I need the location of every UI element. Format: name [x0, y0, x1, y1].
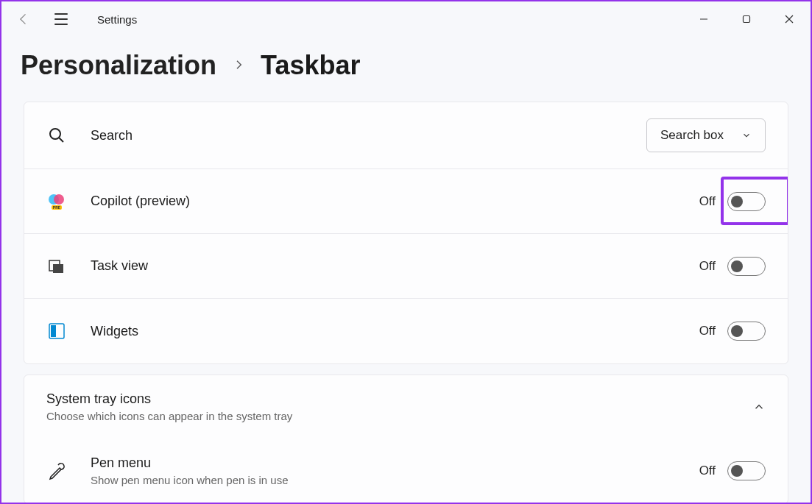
copilot-toggle[interactable] — [727, 192, 766, 211]
svg-point-4 — [50, 129, 60, 139]
row-label: Widgets — [91, 324, 699, 339]
search-dropdown[interactable]: Search box — [646, 118, 766, 152]
row-pen-menu: Pen menu Show pen menu icon when pen is … — [24, 439, 788, 503]
hamburger-menu-button[interactable] — [54, 10, 72, 28]
section-header-system-tray[interactable]: System tray icons Choose which icons can… — [24, 375, 788, 439]
row-label: Pen menu — [91, 455, 699, 471]
toggle-state-label: Off — [699, 464, 716, 478]
breadcrumb-current: Taskbar — [261, 50, 360, 81]
back-button[interactable] — [15, 10, 32, 28]
svg-line-5 — [60, 138, 64, 143]
svg-text:PRE: PRE — [53, 205, 61, 210]
row-widgets: Widgets Off — [24, 299, 788, 363]
row-label: Search — [91, 128, 646, 143]
maximize-button[interactable] — [725, 1, 768, 37]
chevron-up-icon — [752, 400, 766, 414]
row-label: Copilot (preview) — [91, 194, 699, 209]
widgets-icon — [46, 321, 67, 341]
svg-rect-13 — [51, 325, 56, 337]
pen-menu-toggle[interactable] — [727, 461, 766, 480]
search-icon — [46, 125, 67, 146]
chevron-right-icon — [233, 56, 244, 75]
titlebar: Settings — [1, 1, 811, 37]
copilot-icon: PRE — [46, 191, 67, 212]
taskview-icon — [46, 256, 67, 277]
breadcrumb-parent[interactable]: Personalization — [21, 50, 216, 81]
svg-rect-11 — [53, 264, 63, 273]
section-title: System tray icons — [46, 391, 292, 407]
row-taskview: Task view Off — [24, 234, 788, 299]
section-subtitle: Choose which icons can appear in the sys… — [46, 410, 292, 422]
toggle-state-label: Off — [699, 259, 716, 274]
pen-icon — [46, 461, 67, 481]
row-copilot: PRE Copilot (preview) Off — [24, 169, 788, 234]
chevron-down-icon — [741, 130, 752, 141]
row-subtitle: Show pen menu icon when pen is in use — [91, 474, 699, 486]
svg-point-7 — [54, 194, 64, 205]
app-title: Settings — [97, 13, 137, 26]
widgets-toggle[interactable] — [727, 322, 766, 341]
row-search: Search Search box — [24, 102, 788, 169]
toggle-state-label: Off — [699, 324, 716, 338]
minimize-button[interactable] — [682, 1, 725, 37]
system-tray-panel: System tray icons Choose which icons can… — [24, 375, 788, 504]
taskview-toggle[interactable] — [727, 257, 766, 276]
toggle-state-label: Off — [699, 194, 716, 209]
dropdown-value: Search box — [660, 128, 724, 143]
close-button[interactable] — [768, 1, 811, 37]
taskbar-items-panel: Search Search box PRE Copilot (preview) … — [24, 102, 788, 364]
row-label: Task view — [91, 258, 699, 274]
svg-rect-1 — [744, 16, 750, 23]
breadcrumb: Personalization Taskbar — [1, 37, 811, 102]
